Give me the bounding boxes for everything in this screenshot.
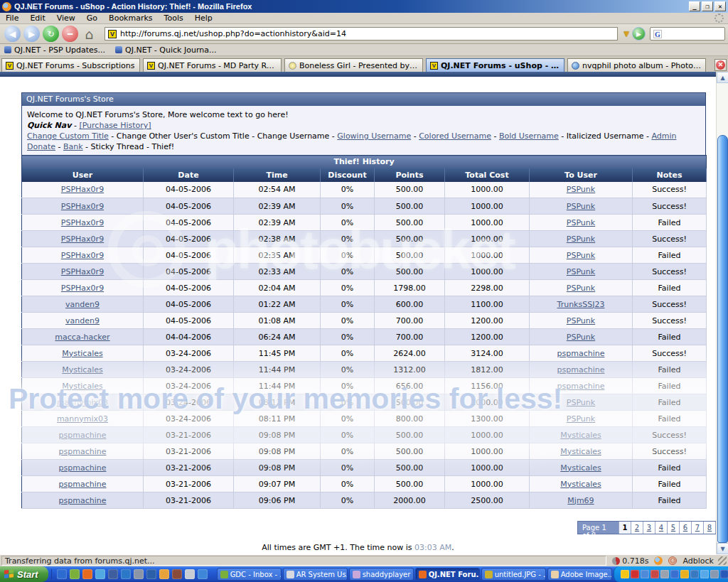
tab-5[interactable]: nvqphil photo album - Photobucket.com [567, 58, 706, 72]
user-link[interactable]: mannymix03 [57, 414, 108, 424]
page-link[interactable]: 3 [643, 522, 655, 534]
to-user-link[interactable]: PSPunk [567, 333, 595, 342]
reload-button[interactable]: ↻ [43, 26, 59, 42]
menu-item-file[interactable]: File [0, 13, 24, 23]
globe-icon[interactable] [108, 569, 118, 579]
to-user-link[interactable]: Mysticales [560, 480, 601, 489]
taskbar-button[interactable]: untitled.JPG - ... [481, 568, 546, 581]
quicktime-icon[interactable] [631, 570, 639, 578]
user-link[interactable]: pspmachine [59, 431, 107, 440]
sync-icon[interactable] [660, 570, 669, 578]
to-user-link[interactable]: pspmachine [557, 382, 605, 391]
user-link[interactable]: Mysticales [62, 365, 102, 374]
search-input[interactable]: G [650, 27, 725, 41]
store-nav-link[interactable]: Colored Username [419, 131, 491, 141]
taskbar-button[interactable]: AR System Us... [283, 568, 348, 581]
forward-button[interactable]: ▶ [23, 26, 40, 42]
folder-icon[interactable] [159, 569, 169, 579]
display-icon[interactable] [710, 570, 719, 578]
to-user-link[interactable]: PSPunk [567, 267, 595, 276]
store-nav-link[interactable]: Glowing Username [337, 131, 411, 141]
antivirus-icon[interactable] [680, 570, 689, 578]
tools-icon[interactable] [172, 569, 182, 579]
bookmark-item[interactable]: QJ.NET - Quick Journa... [115, 45, 216, 55]
media-player-icon[interactable] [121, 569, 131, 579]
user-link[interactable]: PSPHax0r9 [61, 202, 104, 211]
to-user-link[interactable]: PSPunk [567, 235, 595, 244]
minimize-button[interactable]: _ [689, 1, 700, 11]
purchase-history-link[interactable]: [Purchase History] [79, 121, 151, 130]
tab-4[interactable]: VQJ.NET Forums - uShop - Action Histor..… [426, 58, 564, 72]
network-icon[interactable] [670, 570, 679, 578]
msn-icon[interactable] [95, 569, 105, 579]
to-user-link[interactable]: PSPunk [567, 284, 595, 293]
tab-2[interactable]: VQJ.NET Forums - MD Party Room [143, 58, 282, 72]
user-link[interactable]: pspmachine [59, 447, 107, 456]
offline-icon[interactable] [651, 570, 659, 578]
shield-icon[interactable] [690, 570, 699, 578]
to-user-link[interactable]: PSPunk [567, 398, 595, 407]
user-link[interactable]: PSPHax0r9 [61, 218, 104, 227]
agenda-icon[interactable] [146, 569, 156, 579]
bookmark-drop-icon[interactable]: ▼ [623, 30, 629, 38]
page-link[interactable]: 4 [655, 522, 667, 534]
store-nav-link[interactable]: Change Custom Title [27, 131, 109, 141]
resize-grip[interactable] [718, 556, 727, 565]
url-bar[interactable]: V http://forums.qj.net/ushop.php?do=acti… [105, 27, 618, 41]
taskbar-button[interactable]: GDC - Inbox - ... [217, 568, 282, 581]
stop-button[interactable]: ━ [62, 26, 78, 42]
scroll-up-icon[interactable]: ▲ [717, 72, 728, 83]
to-user-link[interactable]: Mjm69 [567, 496, 594, 505]
user-link[interactable]: vanden9 [65, 300, 100, 309]
journal-icon[interactable] [185, 569, 195, 579]
page-link[interactable]: 5 [667, 522, 679, 534]
user-link[interactable]: pspmachine [59, 496, 107, 505]
to-user-link[interactable]: PSPunk [567, 316, 595, 325]
to-user-link[interactable]: PSPunk [567, 185, 595, 194]
store-nav-link[interactable]: Bank [63, 142, 83, 151]
user-tray-icon[interactable] [641, 570, 649, 578]
to-user-link[interactable]: PSPunk [567, 202, 595, 211]
user-link[interactable]: pspmachine [59, 463, 107, 473]
user-link[interactable]: PSPHax0r9 [61, 185, 104, 194]
to-user-link[interactable]: PSPunk [567, 218, 595, 227]
firefox-icon[interactable] [82, 569, 92, 579]
close-button[interactable]: ✕ [714, 1, 726, 11]
menu-item-go[interactable]: Go [81, 13, 103, 23]
go-button[interactable]: ▶ [632, 27, 646, 41]
taskbar-button[interactable]: QJ.NET Foru... [415, 568, 480, 581]
to-user-link[interactable]: pspmachine [557, 365, 605, 374]
to-user-link[interactable]: TrunksSSJ23 [557, 300, 605, 309]
close-tab-button[interactable]: ✕ [714, 59, 727, 71]
user-link[interactable]: Mysticales [62, 349, 102, 358]
to-user-link[interactable]: pspmachine [557, 349, 605, 358]
user-link[interactable]: PSPHax0r9 [61, 251, 104, 260]
to-user-link[interactable]: Mysticales [560, 431, 601, 440]
firefox-status-icon[interactable] [654, 556, 663, 565]
globe-tray-icon[interactable] [700, 570, 709, 578]
page-link[interactable]: 2 [631, 522, 643, 534]
ie-icon[interactable] [57, 569, 67, 579]
notes-icon[interactable] [70, 569, 80, 579]
vertical-scrollbar[interactable]: ▲ ▼ [716, 72, 728, 554]
tab-3[interactable]: Boneless Girl - Presented by Addicting G… [284, 58, 423, 72]
user-link[interactable]: macca-hacker [55, 333, 109, 342]
page-link[interactable]: 8 [703, 522, 715, 534]
tab-1[interactable]: VQJ.NET Forums - Subscriptions [1, 58, 140, 72]
user-link[interactable]: PSPHax0r9 [61, 284, 104, 293]
taskbar-button[interactable]: shaddyplayer ... [349, 568, 414, 581]
to-user-link[interactable]: PSPunk [567, 414, 595, 424]
back-button[interactable]: ◀ [4, 26, 21, 42]
smiley-icon[interactable]: ☺ [668, 556, 677, 565]
user-link[interactable]: Mysticales [62, 382, 102, 391]
menu-item-view[interactable]: View [51, 13, 81, 23]
page-link[interactable]: 6 [679, 522, 691, 534]
menu-item-bookmarks[interactable]: Bookmarks [103, 13, 158, 23]
user-link[interactable]: PSPHax0r9 [61, 235, 104, 244]
to-user-link[interactable]: Mysticales [560, 463, 601, 473]
store-nav-link[interactable]: Bold Username [499, 131, 559, 141]
taskbar-button[interactable]: Adobe Image... [547, 568, 612, 581]
user-link[interactable]: PSPHax0r9 [61, 267, 104, 276]
restore-button[interactable]: ❐ [702, 1, 713, 11]
menu-item-edit[interactable]: Edit [24, 13, 50, 23]
